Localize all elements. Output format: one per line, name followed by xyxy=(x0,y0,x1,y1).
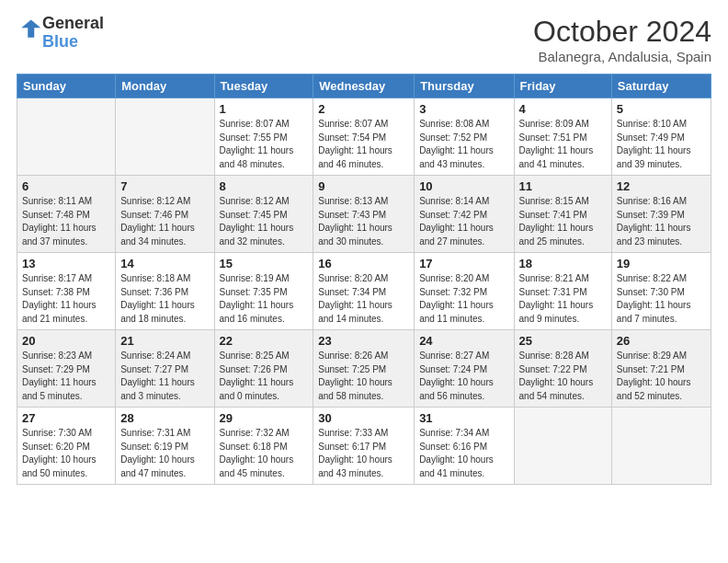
day-info: Sunrise: 7:31 AM Sunset: 6:19 PM Dayligh… xyxy=(120,427,209,480)
day-info: Sunrise: 7:30 AM Sunset: 6:20 PM Dayligh… xyxy=(22,427,110,480)
day-info: Sunrise: 8:29 AM Sunset: 7:21 PM Dayligh… xyxy=(617,350,706,403)
table-row: 4Sunrise: 8:09 AM Sunset: 7:51 PM Daylig… xyxy=(514,98,611,176)
table-row xyxy=(514,408,611,485)
table-row: 21Sunrise: 8:24 AM Sunset: 7:27 PM Dayli… xyxy=(116,330,214,408)
table-row: 9Sunrise: 8:13 AM Sunset: 7:43 PM Daylig… xyxy=(313,176,415,253)
day-info: Sunrise: 8:20 AM Sunset: 7:32 PM Dayligh… xyxy=(419,272,508,326)
logo-blue: Blue xyxy=(42,33,104,52)
day-number: 2 xyxy=(318,102,409,116)
logo-general: General xyxy=(42,15,104,33)
day-info: Sunrise: 8:25 AM Sunset: 7:26 PM Dayligh… xyxy=(220,350,309,403)
table-row: 25Sunrise: 8:28 AM Sunset: 7:22 PM Dayli… xyxy=(514,330,611,408)
day-number: 14 xyxy=(120,257,209,270)
calendar-table: Sunday Monday Tuesday Wednesday Thursday… xyxy=(17,74,711,485)
day-number: 29 xyxy=(220,411,309,425)
day-number: 10 xyxy=(419,179,508,193)
col-tuesday: Tuesday xyxy=(214,75,313,98)
day-info: Sunrise: 8:07 AM Sunset: 7:55 PM Dayligh… xyxy=(220,118,309,171)
calendar-week-row: 6Sunrise: 8:11 AM Sunset: 7:48 PM Daylig… xyxy=(17,176,711,253)
calendar-week-row: 20Sunrise: 8:23 AM Sunset: 7:29 PM Dayli… xyxy=(17,330,711,408)
logo-text: General Blue xyxy=(42,15,104,52)
day-number: 15 xyxy=(220,257,309,270)
day-number: 23 xyxy=(318,334,409,348)
day-info: Sunrise: 8:12 AM Sunset: 7:46 PM Dayligh… xyxy=(120,195,209,248)
table-row: 30Sunrise: 7:33 AM Sunset: 6:17 PM Dayli… xyxy=(313,408,415,485)
day-number: 25 xyxy=(519,334,607,348)
day-number: 21 xyxy=(120,334,209,348)
day-number: 12 xyxy=(617,179,706,193)
day-info: Sunrise: 8:28 AM Sunset: 7:22 PM Dayligh… xyxy=(519,350,607,403)
day-info: Sunrise: 8:08 AM Sunset: 7:52 PM Dayligh… xyxy=(419,118,508,171)
day-info: Sunrise: 8:18 AM Sunset: 7:36 PM Dayligh… xyxy=(120,272,209,326)
day-number: 28 xyxy=(120,411,209,425)
day-info: Sunrise: 8:19 AM Sunset: 7:35 PM Dayligh… xyxy=(220,272,309,326)
calendar-header-row: Sunday Monday Tuesday Wednesday Thursday… xyxy=(17,75,711,98)
day-number: 20 xyxy=(22,334,110,348)
day-info: Sunrise: 8:26 AM Sunset: 7:25 PM Dayligh… xyxy=(318,350,409,403)
day-info: Sunrise: 8:09 AM Sunset: 7:51 PM Dayligh… xyxy=(519,118,607,171)
table-row: 11Sunrise: 8:15 AM Sunset: 7:41 PM Dayli… xyxy=(514,176,611,253)
col-friday: Friday xyxy=(514,75,611,98)
calendar-week-row: 13Sunrise: 8:17 AM Sunset: 7:38 PM Dayli… xyxy=(17,253,711,330)
table-row: 26Sunrise: 8:29 AM Sunset: 7:21 PM Dayli… xyxy=(611,330,711,408)
day-number: 26 xyxy=(617,334,706,348)
table-row: 24Sunrise: 8:27 AM Sunset: 7:24 PM Dayli… xyxy=(415,330,514,408)
day-info: Sunrise: 8:13 AM Sunset: 7:43 PM Dayligh… xyxy=(318,195,409,248)
col-thursday: Thursday xyxy=(415,75,514,98)
table-row xyxy=(611,408,711,485)
day-number: 6 xyxy=(22,179,110,193)
table-row: 5Sunrise: 8:10 AM Sunset: 7:49 PM Daylig… xyxy=(611,98,711,176)
col-saturday: Saturday xyxy=(611,75,711,98)
day-info: Sunrise: 8:21 AM Sunset: 7:31 PM Dayligh… xyxy=(519,272,607,326)
table-row: 1Sunrise: 8:07 AM Sunset: 7:55 PM Daylig… xyxy=(214,98,313,176)
location-subtitle: Balanegra, Andalusia, Spain xyxy=(533,49,711,64)
col-wednesday: Wednesday xyxy=(313,75,415,98)
day-number: 4 xyxy=(519,102,607,116)
day-number: 19 xyxy=(617,257,706,270)
table-row: 29Sunrise: 7:32 AM Sunset: 6:18 PM Dayli… xyxy=(214,408,313,485)
day-number: 30 xyxy=(318,411,409,425)
table-row: 7Sunrise: 8:12 AM Sunset: 7:46 PM Daylig… xyxy=(116,176,214,253)
logo: General Blue xyxy=(17,15,104,52)
day-number: 18 xyxy=(519,257,607,270)
table-row: 6Sunrise: 8:11 AM Sunset: 7:48 PM Daylig… xyxy=(17,176,116,253)
table-row: 14Sunrise: 8:18 AM Sunset: 7:36 PM Dayli… xyxy=(116,253,214,330)
day-number: 17 xyxy=(419,257,508,270)
day-info: Sunrise: 7:32 AM Sunset: 6:18 PM Dayligh… xyxy=(220,427,309,480)
day-info: Sunrise: 8:10 AM Sunset: 7:49 PM Dayligh… xyxy=(617,118,706,171)
day-info: Sunrise: 8:15 AM Sunset: 7:41 PM Dayligh… xyxy=(519,195,607,248)
header: General Blue October 2024 Balanegra, And… xyxy=(17,15,711,64)
table-row: 15Sunrise: 8:19 AM Sunset: 7:35 PM Dayli… xyxy=(214,253,313,330)
day-number: 11 xyxy=(519,179,607,193)
day-info: Sunrise: 8:14 AM Sunset: 7:42 PM Dayligh… xyxy=(419,195,508,248)
table-row: 2Sunrise: 8:07 AM Sunset: 7:54 PM Daylig… xyxy=(313,98,415,176)
day-info: Sunrise: 8:17 AM Sunset: 7:38 PM Dayligh… xyxy=(22,272,110,326)
table-row: 22Sunrise: 8:25 AM Sunset: 7:26 PM Dayli… xyxy=(214,330,313,408)
day-number: 13 xyxy=(22,257,110,270)
day-number: 9 xyxy=(318,179,409,193)
day-info: Sunrise: 8:27 AM Sunset: 7:24 PM Dayligh… xyxy=(419,350,508,403)
table-row: 17Sunrise: 8:20 AM Sunset: 7:32 PM Dayli… xyxy=(415,253,514,330)
day-info: Sunrise: 8:22 AM Sunset: 7:30 PM Dayligh… xyxy=(617,272,706,326)
day-info: Sunrise: 8:24 AM Sunset: 7:27 PM Dayligh… xyxy=(120,350,209,403)
table-row: 23Sunrise: 8:26 AM Sunset: 7:25 PM Dayli… xyxy=(313,330,415,408)
col-sunday: Sunday xyxy=(17,75,116,98)
table-row: 13Sunrise: 8:17 AM Sunset: 7:38 PM Dayli… xyxy=(17,253,116,330)
day-number: 7 xyxy=(120,179,209,193)
logo-icon xyxy=(17,17,42,42)
svg-marker-0 xyxy=(21,19,40,37)
table-row: 18Sunrise: 8:21 AM Sunset: 7:31 PM Dayli… xyxy=(514,253,611,330)
day-number: 16 xyxy=(318,257,409,270)
month-title: October 2024 xyxy=(533,15,711,49)
table-row xyxy=(17,98,116,176)
calendar-week-row: 1Sunrise: 8:07 AM Sunset: 7:55 PM Daylig… xyxy=(17,98,711,176)
day-info: Sunrise: 8:16 AM Sunset: 7:39 PM Dayligh… xyxy=(617,195,706,248)
table-row: 27Sunrise: 7:30 AM Sunset: 6:20 PM Dayli… xyxy=(17,408,116,485)
day-number: 1 xyxy=(220,102,309,116)
day-number: 27 xyxy=(22,411,110,425)
table-row: 28Sunrise: 7:31 AM Sunset: 6:19 PM Dayli… xyxy=(116,408,214,485)
title-block: October 2024 Balanegra, Andalusia, Spain xyxy=(533,15,711,64)
table-row: 10Sunrise: 8:14 AM Sunset: 7:42 PM Dayli… xyxy=(415,176,514,253)
table-row: 3Sunrise: 8:08 AM Sunset: 7:52 PM Daylig… xyxy=(415,98,514,176)
day-info: Sunrise: 7:33 AM Sunset: 6:17 PM Dayligh… xyxy=(318,427,409,480)
